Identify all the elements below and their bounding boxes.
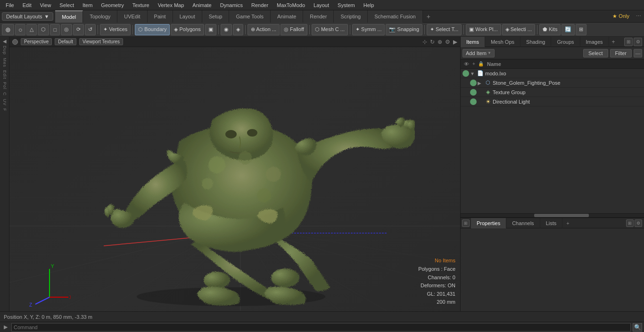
tool-kits[interactable]: ⬟ Kits bbox=[539, 24, 561, 35]
panel-gear-icon[interactable]: ⚙ bbox=[634, 38, 642, 46]
vis-col-lock[interactable]: 🔒 bbox=[478, 60, 484, 68]
tool-snapping[interactable]: 📷 Snapping bbox=[386, 24, 422, 35]
prop-tab-channels[interactable]: Channels bbox=[506, 218, 540, 228]
vis-dot-root[interactable] bbox=[462, 70, 469, 77]
prop-tab-lists[interactable]: Lists bbox=[540, 218, 563, 228]
viewport-zoom-icon[interactable]: ⊕ bbox=[438, 39, 442, 45]
prop-tab-properties[interactable]: Properties bbox=[471, 218, 506, 228]
tool-select-mode[interactable]: ⊕ bbox=[2, 24, 14, 35]
prop-expand-icon[interactable]: ⊞ bbox=[462, 219, 470, 227]
menu-edit[interactable]: Edit bbox=[19, 1, 35, 9]
menu-maxtomodo[interactable]: MaxToModo bbox=[273, 1, 309, 9]
menu-select[interactable]: Select bbox=[56, 1, 78, 9]
tree-item-golem[interactable]: ▶ ⬡ Stone_Golem_Fighting_Pose bbox=[461, 78, 644, 88]
tool-mesh-c[interactable]: ⬡ Mesh C ... bbox=[312, 24, 348, 35]
prop-tab-add[interactable]: + bbox=[562, 219, 573, 227]
tool-circle2[interactable]: ◉ bbox=[221, 24, 232, 35]
menu-system[interactable]: System bbox=[334, 1, 359, 9]
tool-target[interactable]: ◎ bbox=[61, 24, 72, 35]
vis-dot-dirlight[interactable] bbox=[470, 98, 477, 105]
vis-col-add[interactable]: + bbox=[471, 60, 477, 68]
vis-col-eye[interactable]: 👁 bbox=[463, 60, 470, 68]
menu-dynamics[interactable]: Dynamics bbox=[216, 1, 247, 9]
panel-tab-images[interactable]: Images bbox=[580, 37, 609, 47]
tab-star-only[interactable]: ★ Only bbox=[609, 12, 633, 20]
tab-setup[interactable]: Setup bbox=[202, 10, 230, 23]
select-button[interactable]: Select bbox=[583, 49, 608, 57]
tool-triangle[interactable]: △ bbox=[26, 24, 37, 35]
tool-refresh[interactable]: 🔄 bbox=[561, 24, 575, 35]
layout-dropdown[interactable]: Default Layouts ▼ bbox=[2, 12, 53, 21]
viewport-toggle[interactable] bbox=[12, 39, 18, 45]
tab-render[interactable]: Render bbox=[303, 10, 334, 23]
viewport-rotate-icon[interactable]: ↻ bbox=[430, 39, 435, 45]
panel-expand-icon[interactable]: ⊞ bbox=[624, 38, 633, 46]
tool-flip[interactable]: ↺ bbox=[85, 24, 96, 35]
tab-overflow[interactable]: ⋯ bbox=[633, 12, 644, 20]
viewport-texture-mode[interactable]: Viewport Textures bbox=[79, 38, 123, 45]
tab-paint[interactable]: Paint bbox=[148, 10, 173, 23]
command-arrow[interactable]: ▶ bbox=[2, 324, 9, 330]
menu-help[interactable]: Help bbox=[360, 1, 378, 9]
tree-item-root[interactable]: ▼ 📄 modo.lxo bbox=[461, 69, 644, 78]
tool-grid[interactable]: ⊞ bbox=[576, 24, 586, 35]
tree-expand-root[interactable]: ▼ bbox=[470, 71, 477, 76]
filter-button[interactable]: Filter bbox=[610, 49, 632, 57]
menu-view[interactable]: View bbox=[36, 1, 55, 9]
tool-vertices[interactable]: ✦ Vertices bbox=[100, 24, 131, 35]
add-item-button[interactable]: Add Item bbox=[462, 49, 495, 57]
menu-file[interactable]: File bbox=[2, 1, 18, 9]
tree-expand-golem[interactable]: ▶ bbox=[478, 80, 484, 86]
panel-tab-shading[interactable]: Shading bbox=[520, 37, 551, 47]
menu-geometry[interactable]: Geometry bbox=[97, 1, 127, 9]
panel-tab-add[interactable]: + bbox=[609, 38, 618, 46]
tree-item-texgrp[interactable]: ◈ Texture Group bbox=[461, 88, 644, 97]
vis-dot-texgrp[interactable] bbox=[470, 89, 477, 96]
tool-polygons[interactable]: ◈ Polygons bbox=[171, 24, 204, 35]
tree-scrollbar-thumb[interactable] bbox=[534, 214, 589, 217]
tab-schematic-fusion[interactable]: Schematic Fusion bbox=[368, 10, 422, 23]
tab-model[interactable]: Model bbox=[55, 10, 83, 23]
viewport[interactable]: Perspective Default Viewport Textures ⊹ … bbox=[9, 37, 460, 311]
sidebar-collapse[interactable]: ◀ bbox=[3, 39, 7, 44]
menu-render[interactable]: Render bbox=[248, 1, 272, 9]
vis-dot-golem[interactable] bbox=[470, 80, 477, 86]
tool-selecti[interactable]: ◈ Selecti ... bbox=[502, 24, 535, 35]
tool-diamond[interactable]: ◈ bbox=[233, 24, 243, 35]
menu-vertex-map[interactable]: Vertex Map bbox=[154, 1, 188, 9]
prop-expand-btn[interactable]: ⊞ bbox=[626, 219, 634, 227]
tab-layout[interactable]: Layout bbox=[173, 10, 202, 23]
tool-falloff[interactable]: ◎ Falloff bbox=[281, 24, 307, 35]
viewport-canvas[interactable]: Y X Z bbox=[9, 47, 460, 311]
tool-action[interactable]: ⊕ Action ... bbox=[248, 24, 280, 35]
tool-select-t[interactable]: ✦ Select T... bbox=[427, 24, 462, 35]
tool-circle[interactable]: ○ bbox=[15, 24, 25, 35]
tree-scrollbar[interactable] bbox=[461, 213, 644, 217]
tool-work-pl[interactable]: ▣ Work Pl... bbox=[466, 24, 501, 35]
tab-uvedit[interactable]: UVEdit bbox=[117, 10, 147, 23]
tool-hex[interactable]: ⬡ bbox=[38, 24, 49, 35]
viewport-perspective[interactable]: Perspective bbox=[21, 38, 52, 45]
viewport-settings-icon[interactable]: ⚙ bbox=[445, 39, 450, 45]
prop-gear-btn[interactable]: ⚙ bbox=[635, 219, 642, 227]
viewport-play-icon[interactable]: ▶ bbox=[453, 39, 457, 45]
viewport-view-default[interactable]: Default bbox=[55, 38, 76, 45]
tab-add-button[interactable]: + bbox=[423, 11, 434, 22]
tab-scripting[interactable]: Scripting bbox=[334, 10, 368, 23]
panel-tab-mesh-ops[interactable]: Mesh Ops bbox=[485, 37, 520, 47]
tree-item-dirlight[interactable]: ☀ Directional Light bbox=[461, 97, 644, 106]
tool-square2[interactable]: ▣ bbox=[205, 24, 216, 35]
menu-item[interactable]: Item bbox=[79, 1, 96, 9]
tool-boundary[interactable]: ⬡ Boundary bbox=[135, 24, 170, 35]
panel-tab-items[interactable]: Items bbox=[461, 37, 485, 47]
menu-animate[interactable]: Animate bbox=[189, 1, 215, 9]
tool-symm[interactable]: ✦ Symm ... bbox=[352, 24, 385, 35]
command-input[interactable] bbox=[11, 323, 631, 332]
tab-animate[interactable]: Animate bbox=[271, 10, 303, 23]
panel-tab-groups[interactable]: Groups bbox=[551, 37, 580, 47]
minus-button[interactable]: — bbox=[634, 49, 642, 57]
scene-tree[interactable]: ▼ 📄 modo.lxo ▶ ⬡ Stone_Golem_Fighting_Po… bbox=[461, 69, 644, 213]
tool-square[interactable]: □ bbox=[50, 24, 60, 35]
viewport-expand-icon[interactable]: ⊹ bbox=[422, 39, 427, 45]
tool-rotate[interactable]: ⟳ bbox=[73, 24, 84, 35]
